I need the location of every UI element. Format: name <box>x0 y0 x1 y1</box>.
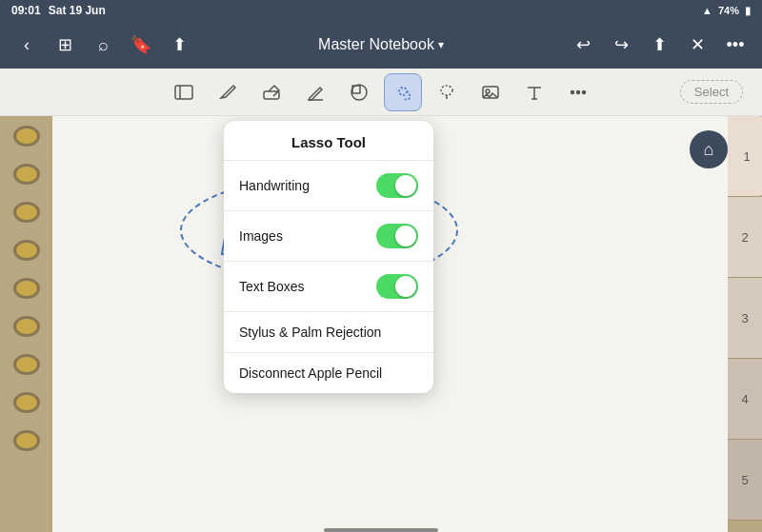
sidebar-toggle-button[interactable] <box>165 73 203 111</box>
tab-4[interactable]: 4 <box>728 359 762 440</box>
text-boxes-label: Text Boxes <box>239 279 304 294</box>
tab-3-label: 3 <box>741 311 748 325</box>
notebook-page: lasso Lasso Tool Handwriting Images Text… <box>52 116 728 532</box>
toolbar-left: ‹ ⊞ ⌕ 🔖 ⬆ <box>10 28 196 62</box>
spiral-9 <box>13 430 40 451</box>
more-tool-button[interactable] <box>559 73 597 111</box>
tab-1-label: 1 <box>743 149 750 164</box>
disconnect-pencil-menu-item[interactable]: Disconnect Apple Pencil <box>224 353 433 393</box>
export-button[interactable]: ⬆ <box>642 28 676 62</box>
image-tool-button[interactable] <box>471 73 510 111</box>
svg-point-10 <box>572 90 574 93</box>
lasso-popup-title: Lasso Tool <box>224 121 433 161</box>
spiral-6 <box>13 316 40 337</box>
tab-4-label: 4 <box>741 392 748 406</box>
pencil-tool-button[interactable] <box>209 73 247 111</box>
shapes-tool-button[interactable] <box>340 73 378 111</box>
tab-2-label: 2 <box>741 230 748 245</box>
more-button[interactable]: ••• <box>718 28 752 62</box>
status-right: ▲ 74% ▮ <box>702 5 751 17</box>
select-area: Select <box>680 80 743 104</box>
lasso-tool-2-button[interactable] <box>428 73 466 111</box>
status-bar: 09:01 Sat 19 Jun ▲ 74% ▮ <box>0 0 762 21</box>
status-left: 09:01 Sat 19 Jun <box>11 4 106 17</box>
select-label: Select <box>694 85 729 99</box>
tools-bar: Select <box>0 69 762 116</box>
status-time: 09:01 <box>11 4 41 17</box>
battery-text: 74% <box>718 5 739 16</box>
dropdown-arrow: ▾ <box>438 38 444 51</box>
redo-button[interactable]: ↪ <box>604 28 638 62</box>
eraser-tool-button[interactable] <box>252 73 291 111</box>
handwriting-label: Handwriting <box>239 178 310 193</box>
text-tool-button[interactable] <box>515 73 553 111</box>
tab-3[interactable]: 3 <box>728 278 762 359</box>
disconnect-pencil-label: Disconnect Apple Pencil <box>239 365 382 381</box>
tab-2[interactable]: 2 <box>728 197 762 278</box>
close-button[interactable]: ✕ <box>680 28 714 62</box>
handwriting-menu-item[interactable]: Handwriting <box>224 161 433 211</box>
tab-5-label: 5 <box>741 473 748 487</box>
home-icon-container[interactable]: ⌂ <box>690 130 728 168</box>
spiral-3 <box>13 202 40 223</box>
svg-point-12 <box>583 90 586 93</box>
text-boxes-toggle[interactable] <box>376 274 418 299</box>
share-button[interactable]: ⬆ <box>162 28 196 62</box>
tab-1[interactable]: 1 <box>728 116 762 197</box>
right-tabs: 1 2 3 4 5 <box>728 116 762 532</box>
grid-button[interactable]: ⊞ <box>48 28 82 62</box>
images-menu-item[interactable]: Images <box>224 211 433 262</box>
svg-point-4 <box>351 85 367 100</box>
spiral-2 <box>13 164 40 185</box>
notebook-title: Master Notebook <box>318 36 434 53</box>
spiral-8 <box>13 392 40 413</box>
battery-icon: ▮ <box>745 5 751 17</box>
spiral-5 <box>13 278 40 299</box>
bookmark-button[interactable]: 🔖 <box>124 28 158 62</box>
spiral-1 <box>13 126 40 147</box>
handwriting-toggle[interactable] <box>376 173 418 198</box>
status-date: Sat 19 Jun <box>49 4 106 17</box>
bottom-bar <box>324 528 438 532</box>
lasso-popup: Lasso Tool Handwriting Images Text Boxes… <box>224 121 433 393</box>
wifi-icon: ▲ <box>702 5 712 16</box>
undo-button[interactable]: ↩ <box>566 28 600 62</box>
text-boxes-menu-item[interactable]: Text Boxes <box>224 262 433 312</box>
home-icon: ⌂ <box>704 140 714 160</box>
highlighter-tool-button[interactable] <box>296 73 334 111</box>
images-toggle[interactable] <box>376 224 418 248</box>
toolbar-center: Master Notebook ▾ <box>318 36 444 53</box>
svg-point-9 <box>486 89 490 93</box>
main-toolbar: ‹ ⊞ ⌕ 🔖 ⬆ Master Notebook ▾ ↩ ↪ ⬆ ✕ ••• <box>0 21 762 69</box>
notebook-spine <box>0 116 52 532</box>
lasso-tool-button[interactable] <box>384 73 422 111</box>
spiral-4 <box>13 240 40 261</box>
spiral-7 <box>13 354 40 375</box>
svg-point-7 <box>441 86 452 95</box>
svg-point-11 <box>577 90 580 93</box>
main-content: lasso Lasso Tool Handwriting Images Text… <box>0 116 762 532</box>
toolbar-right: ↩ ↪ ⬆ ✕ ••• <box>566 28 752 62</box>
stylus-palm-menu-item[interactable]: Stylus & Palm Rejection <box>224 312 433 353</box>
images-label: Images <box>239 228 283 244</box>
tab-5[interactable]: 5 <box>728 440 762 521</box>
stylus-palm-label: Stylus & Palm Rejection <box>239 325 381 340</box>
svg-point-6 <box>399 88 407 95</box>
back-button[interactable]: ‹ <box>10 28 44 62</box>
search-button[interactable]: ⌕ <box>86 28 120 62</box>
svg-rect-0 <box>175 86 192 99</box>
